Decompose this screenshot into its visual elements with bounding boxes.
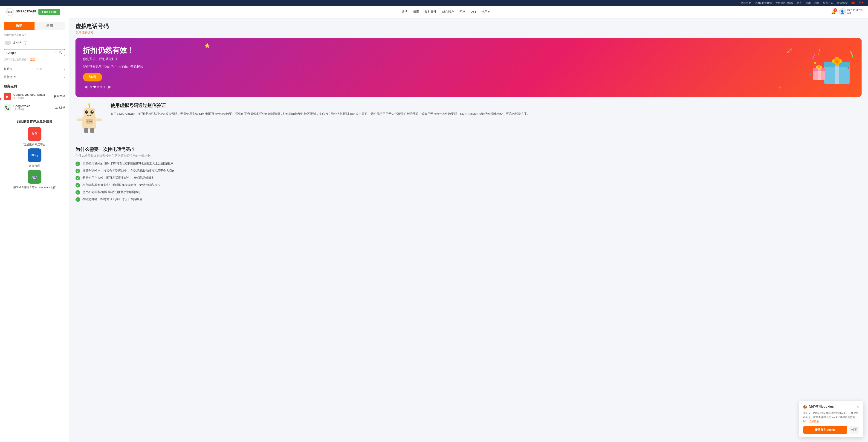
nav-price[interactable]: 价格 xyxy=(459,9,466,15)
star-decoration-1: ⭐ xyxy=(204,43,210,48)
check-icon-1: ✓ xyxy=(75,161,80,166)
banner-dot-1[interactable] xyxy=(90,86,92,88)
notification-area: 🔔 1 xyxy=(831,10,836,14)
banner-dot-2[interactable] xyxy=(93,86,96,88)
nav-temp-mail[interactable]: 临时邮件 xyxy=(424,9,437,15)
nav-api[interactable]: API xyxy=(471,9,476,14)
banner-gift-svg xyxy=(808,44,854,86)
topnav-link-4[interactable]: 博客 xyxy=(797,1,802,5)
service-item-gvoice[interactable]: 📞 GoogleVoice 171090件 从 7.5 ₽ xyxy=(4,102,65,114)
partner-name-sim: 用SIM卡赚钱！与sms-activate合作 xyxy=(4,185,65,189)
why-list: ✓ 无需使用额外的 SIM 卡即可在社交网络或即时通讯工具上注册新帐户 ✓ 批量… xyxy=(75,161,862,202)
cookie-close-button[interactable]: ✕ xyxy=(856,405,859,409)
partner-logo-ipking[interactable]: IPking xyxy=(28,149,41,162)
partners-title: 我们的合作伴及更多信息 xyxy=(4,119,65,124)
service-item-google[interactable]: ▶ Google, youtube, Gmail 697843件 从 0.75 … xyxy=(4,91,65,102)
notification-badge: 1 xyxy=(834,8,837,12)
service-info-gvoice: GoogleVoice 171090件 xyxy=(13,104,53,111)
svg-line-8 xyxy=(813,54,815,58)
help-icon[interactable]: ? xyxy=(24,41,27,44)
cookie-learn-more-link[interactable]: 了解更多 xyxy=(809,420,819,422)
sms-section: 使用虚拟号码通过短信验证 有了 SMS-Activate，你可以访问多种短信虚拟… xyxy=(75,102,862,140)
favorites-section[interactable]: 收藏夹 0 / 30 ▾ xyxy=(4,65,65,73)
no-service-hint: 没有找到合适的服务？ 建议 xyxy=(4,58,65,61)
svg-point-15 xyxy=(818,66,820,68)
tab-activate[interactable]: 激活 xyxy=(4,22,34,30)
search-input[interactable] xyxy=(6,51,55,55)
svg-point-32 xyxy=(87,121,88,122)
service-price-google: 从 0.75 ₽ xyxy=(54,95,65,98)
multi-service-toggle[interactable] xyxy=(5,41,11,44)
partner-name-ipking: 市场代理 xyxy=(4,164,65,168)
partner-logo-shop[interactable]: ## xyxy=(28,127,41,141)
why-item-2: ✓ 批量创建帐户，将其合并到网络中，在交易所出售或将其用于个人目的 xyxy=(75,168,862,173)
nav-activate[interactable]: 激活 xyxy=(401,9,408,15)
topnav-link-7[interactable]: 联系方式 xyxy=(823,1,833,5)
recent-activation-title: 最新激活 xyxy=(4,75,16,79)
svg-point-21 xyxy=(85,110,88,114)
topnav-link-3[interactable]: 使用您的求职线 xyxy=(775,1,793,5)
promo-banner: ⭐ ● 🎉 折扣仍然有效！ 你们要求，我们就做好了： 我们延长达到 70% 的 … xyxy=(75,38,862,97)
logo-text: SMS ACTIVATE xyxy=(16,10,36,13)
svg-point-23 xyxy=(87,111,88,112)
topnav-link-6[interactable]: 软件 xyxy=(814,1,819,5)
nav-guide[interactable]: 指示 ▾ xyxy=(481,9,490,15)
svg-rect-29 xyxy=(84,128,88,133)
cookie-text: 这安全，因为cookie被存储在您的设备上。如果您不介意，请单击'接受所有 co… xyxy=(803,411,859,423)
svg-rect-13 xyxy=(818,68,820,80)
free-price-button[interactable]: Free Price xyxy=(38,9,60,15)
nav-rent[interactable]: 租用 xyxy=(412,9,420,15)
svg-point-33 xyxy=(89,121,90,122)
check-icon-3: ✓ xyxy=(75,176,80,180)
topnav-link-2[interactable]: 使用SIM卡赚钱 xyxy=(755,1,772,5)
main-header: SMS SMS ACTIVATE Free Price 激活 租用 临时邮件 成… xyxy=(0,6,868,18)
check-icon-6: ✓ xyxy=(75,197,80,202)
banner-prev[interactable]: ◀ xyxy=(84,84,88,89)
search-box: ✕ 🔍 xyxy=(4,49,65,56)
user-info: ID: 11151728 0 P xyxy=(847,8,863,15)
svg-rect-28 xyxy=(95,119,102,121)
partner-logo-sim[interactable]: 🚌 xyxy=(28,170,41,184)
why-item-3: ✓ 无需使用个人帐户即可发送商业邮件、推销商品或服务 xyxy=(75,176,862,180)
check-icon-5: ✓ xyxy=(75,190,80,195)
service-count-gvoice: 171090件 xyxy=(13,108,53,111)
cookie-accept-button[interactable]: 接受所有 cookie xyxy=(803,426,847,434)
favorites-title: 收藏夹 xyxy=(4,67,13,71)
country-selector[interactable]: 🇨🇳 中国 ▾ xyxy=(851,1,863,5)
page-layout: 输入Google 激活 租用 租用与激活是什么？ 多业务 ? ✕ 🔍 没有找到合… xyxy=(0,18,868,442)
banner-dot-5[interactable] xyxy=(103,86,105,88)
why-item-5: ✓ 使用不同国家/地区号码注册时绕过地理限制 xyxy=(75,190,862,195)
sms-robot-image xyxy=(75,102,103,140)
search-submit-icon[interactable]: 🔍 xyxy=(58,51,62,55)
banner-dot-4[interactable] xyxy=(100,86,102,88)
why-item-4: ✓ 在市场和其他服务中注册时即可获得奖金、促销代码和折扣 xyxy=(75,183,862,188)
cookie-settings-button[interactable]: 设置 xyxy=(849,426,859,434)
svg-point-22 xyxy=(90,110,94,114)
service-name-gvoice: GoogleVoice xyxy=(13,104,53,108)
topnav-link-1[interactable]: 网站导览 xyxy=(741,1,751,5)
suggest-link[interactable]: 建议 xyxy=(30,58,35,61)
recent-activation-section[interactable]: 最新激活 ▾ xyxy=(4,73,65,81)
multi-service-row: 多业务 ? xyxy=(4,39,65,46)
topnav-link-5[interactable]: 应用 xyxy=(806,1,811,5)
banner-dots: ◀ ▶ xyxy=(83,84,143,89)
banner-dot-3[interactable] xyxy=(97,86,99,88)
banner-next[interactable]: ▶ xyxy=(108,84,112,89)
sidebar-tabs: 激活 租用 xyxy=(4,22,65,30)
rent-hint[interactable]: 租用与激活是什么？ xyxy=(4,33,65,37)
favorites-count: 0 / 30 xyxy=(35,67,42,71)
user-area[interactable]: 👤 ID: 11151728 0 P xyxy=(839,8,863,15)
banner-detail-button[interactable]: 详细 xyxy=(83,73,102,82)
partners-section: 我们的合作伴及更多信息 ## 现成账户网店平台 IPking 市场代理 🚌 用S… xyxy=(4,119,65,189)
svg-point-18 xyxy=(810,74,811,75)
search-clear-icon[interactable]: ✕ xyxy=(55,51,57,54)
banner-desc2: 我们延长达到 70% 的 Free Price 号码折扣 xyxy=(83,65,143,69)
partner-name-shop: 现成账户网店平台 xyxy=(4,143,65,147)
svg-point-17 xyxy=(847,67,849,69)
cookie-actions: 接受所有 cookie 设置 xyxy=(803,426,859,434)
topnav-link-8[interactable]: 常识/答疑 xyxy=(837,1,848,5)
service-name-google: Google, youtube, Gmail xyxy=(13,93,51,96)
banner-title: 折扣仍然有效！ xyxy=(83,46,143,55)
tab-rent[interactable]: 租用 xyxy=(34,22,65,30)
nav-accounts[interactable]: 成品账户 xyxy=(442,9,455,15)
